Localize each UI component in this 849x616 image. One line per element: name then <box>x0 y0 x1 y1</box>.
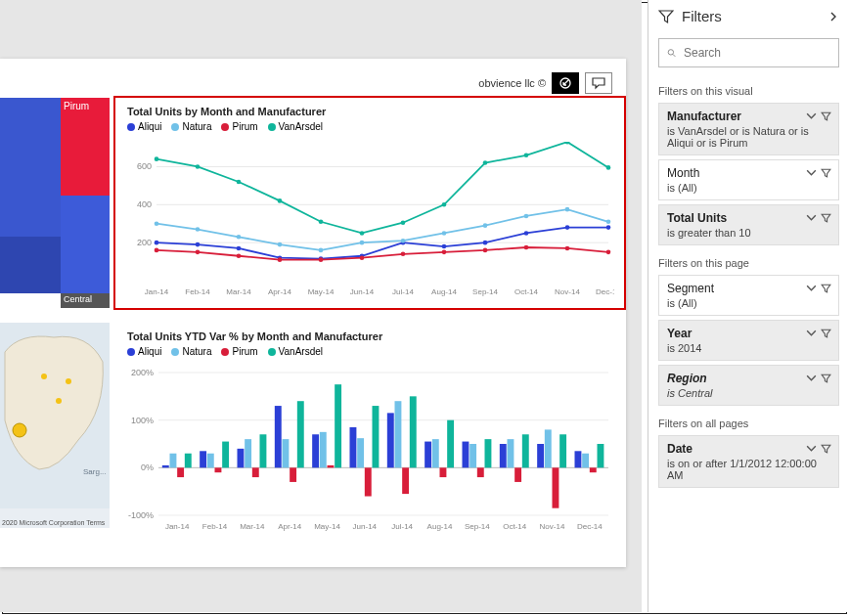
filter-card-totalunits[interactable]: Total Units is greater than 10 <box>658 204 839 245</box>
clear-filter-icon[interactable] <box>820 211 832 224</box>
svg-text:600: 600 <box>137 161 152 171</box>
treemap-label-central: Central <box>61 293 110 308</box>
treemap-tile <box>61 196 110 293</box>
svg-point-66 <box>401 220 406 225</box>
svg-rect-122 <box>440 467 447 477</box>
svg-text:Feb-14: Feb-14 <box>185 287 210 296</box>
svg-point-64 <box>319 219 324 224</box>
svg-rect-120 <box>424 442 431 468</box>
legend-label: Pirum <box>232 121 257 132</box>
filters-search[interactable] <box>658 38 839 67</box>
filter-card-segment[interactable]: Segment is (All) <box>658 275 839 316</box>
focus-mode-button[interactable] <box>552 72 579 94</box>
svg-point-25 <box>196 242 201 247</box>
svg-rect-132 <box>537 444 544 467</box>
svg-text:200%: 200% <box>131 368 154 377</box>
svg-rect-108 <box>312 434 319 467</box>
svg-point-69 <box>524 153 529 157</box>
svg-text:Jul-14: Jul-14 <box>392 287 414 296</box>
clear-filter-icon[interactable] <box>820 327 832 339</box>
map-visual[interactable]: Sarg... 2020 Microsoft Corporation Terms <box>0 323 110 528</box>
svg-point-42 <box>401 239 406 243</box>
svg-rect-133 <box>545 429 552 467</box>
filter-card-month[interactable]: Month is (All) <box>658 159 839 200</box>
clear-filter-icon[interactable] <box>820 110 832 122</box>
chevron-down-icon[interactable] <box>805 166 818 179</box>
svg-text:Dec-14: Dec-14 <box>596 287 614 296</box>
filters-title: Filters <box>682 8 820 24</box>
svg-text:Sep-14: Sep-14 <box>465 522 490 531</box>
svg-point-67 <box>442 202 447 207</box>
svg-rect-125 <box>469 444 476 467</box>
filter-desc: is VanArsdel or is Natura or is Aliqui o… <box>667 123 830 149</box>
svg-text:-100%: -100% <box>128 510 154 520</box>
filter-card-year[interactable]: Year is 2014 <box>658 320 839 361</box>
svg-text:Apr-14: Apr-14 <box>268 287 292 296</box>
svg-text:Aug-14: Aug-14 <box>427 522 453 531</box>
svg-rect-97 <box>207 454 214 468</box>
treemap-visual[interactable]: Pirum Central <box>0 98 110 308</box>
svg-rect-106 <box>290 467 296 482</box>
clear-filter-icon[interactable] <box>820 372 832 384</box>
filter-card-date[interactable]: Date is on or after 1/1/2012 12:00:00 AM <box>658 435 839 488</box>
svg-text:Jul-14: Jul-14 <box>391 522 413 531</box>
svg-rect-114 <box>365 467 372 496</box>
svg-text:May-14: May-14 <box>308 287 335 296</box>
svg-rect-121 <box>432 439 439 467</box>
search-input[interactable] <box>684 46 830 60</box>
svg-rect-115 <box>373 406 380 467</box>
search-icon <box>667 46 676 60</box>
svg-rect-96 <box>200 451 206 467</box>
svg-line-141 <box>673 54 675 56</box>
svg-text:0%: 0% <box>141 462 154 472</box>
filter-card-region[interactable]: Region is Central <box>658 365 839 406</box>
svg-rect-135 <box>559 434 566 467</box>
svg-point-38 <box>237 235 242 240</box>
chevron-down-icon[interactable] <box>805 372 818 384</box>
svg-rect-95 <box>185 454 192 468</box>
svg-rect-100 <box>238 449 245 467</box>
svg-text:100%: 100% <box>131 416 154 425</box>
chevron-down-icon[interactable] <box>805 110 818 122</box>
svg-point-4 <box>66 378 71 384</box>
svg-rect-128 <box>500 444 507 467</box>
svg-point-60 <box>155 156 159 161</box>
clear-filter-icon[interactable] <box>820 442 832 455</box>
svg-point-58 <box>565 246 570 251</box>
treemap-label: Pirum <box>64 101 89 111</box>
svg-rect-93 <box>170 454 177 468</box>
comment-button[interactable] <box>585 72 612 94</box>
svg-text:Oct-14: Oct-14 <box>514 287 539 296</box>
svg-rect-129 <box>508 439 514 467</box>
filters-pane: Filters Filters on this visual Manufactu… <box>648 0 849 612</box>
svg-rect-111 <box>335 384 341 467</box>
filter-desc: is greater than 10 <box>667 225 830 239</box>
svg-rect-119 <box>410 396 417 467</box>
filter-icon <box>658 9 674 24</box>
chart-ytd-var-bar[interactable]: Total Units YTD Var % by Month and Manuf… <box>115 323 624 543</box>
chevron-right-icon[interactable] <box>827 11 839 22</box>
treemap-tile <box>0 98 61 237</box>
svg-point-5 <box>41 374 47 379</box>
svg-point-41 <box>360 241 365 245</box>
svg-point-32 <box>483 241 488 245</box>
filter-card-manufacturer[interactable]: Manufacturer is VanArsdel or is Natura o… <box>658 103 839 155</box>
svg-rect-127 <box>485 439 492 467</box>
svg-text:Dec-14: Dec-14 <box>577 522 603 531</box>
clear-filter-icon[interactable] <box>820 166 832 179</box>
legend-label: Aliqui <box>138 346 161 357</box>
clear-filter-icon[interactable] <box>820 282 832 294</box>
chevron-down-icon[interactable] <box>805 442 818 455</box>
chevron-down-icon[interactable] <box>805 211 818 224</box>
svg-point-43 <box>442 231 447 236</box>
svg-rect-137 <box>582 454 589 468</box>
svg-point-34 <box>565 225 570 230</box>
chevron-down-icon[interactable] <box>805 327 818 339</box>
svg-point-59 <box>606 250 611 255</box>
chevron-down-icon[interactable] <box>805 282 818 294</box>
svg-point-54 <box>401 252 406 257</box>
chart-total-units-line[interactable]: Total Units by Month and Manufacturer Al… <box>115 98 624 308</box>
svg-text:Oct-14: Oct-14 <box>503 522 527 531</box>
svg-rect-130 <box>514 467 521 482</box>
svg-text:Jun-14: Jun-14 <box>353 522 378 531</box>
